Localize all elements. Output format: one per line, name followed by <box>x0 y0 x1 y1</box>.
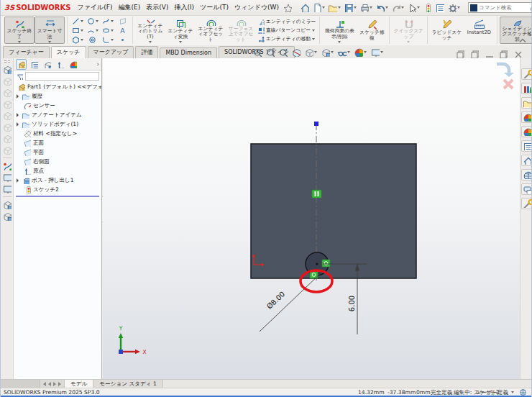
mirror-entities-button[interactable]: エンティティのミラー <box>257 18 316 25</box>
zoom-to-area-button[interactable] <box>265 47 275 57</box>
shaded-sketch-contours-button[interactable]: シェイディングスケッチ輪郭 <box>500 17 532 44</box>
dimxpert-manager-tab[interactable] <box>55 59 65 70</box>
tab-mbd-dimension[interactable]: MBD Dimension <box>160 47 217 58</box>
tab-sketch[interactable]: スケッチ <box>51 46 86 58</box>
scroll-next-icon[interactable] <box>53 382 56 386</box>
tree-root[interactable]: Part1 (デフォルト) <<デフォルト>_表示状態 1 <box>14 82 101 91</box>
cancel-sketch-icon[interactable] <box>504 80 513 88</box>
menu-window[interactable]: ウィンドウ(W) <box>234 3 279 12</box>
exit-sketch-button[interactable]: スケッチ終了 <box>4 17 35 44</box>
tools-pane-button[interactable] <box>521 198 532 209</box>
graphics-viewport[interactable]: 6.00 Ø8.00 Y <box>103 58 520 379</box>
file-explorer-button[interactable] <box>521 97 532 109</box>
scroll-last-icon[interactable] <box>58 382 61 386</box>
motion-study-tab[interactable]: モーション スタディ 1 <box>93 380 162 388</box>
section-view-button[interactable] <box>291 47 301 57</box>
menu-file[interactable]: ファイル(F) <box>77 3 112 12</box>
rebuild-button[interactable] <box>423 3 432 12</box>
view-palette-button[interactable] <box>521 111 532 123</box>
layered-view-icon[interactable] <box>2 200 12 209</box>
tree-item-history[interactable]: 履歴 <box>14 91 101 101</box>
iso-view-icon[interactable] <box>2 145 12 155</box>
print-button[interactable] <box>359 3 372 12</box>
exit-sketch-confirm-icon[interactable] <box>497 64 514 77</box>
circle-centerpoint[interactable] <box>316 263 318 265</box>
expand-arrow-icon[interactable] <box>17 122 19 127</box>
tree-item-solid-bodies[interactable]: ソリッドボディ(1) <box>14 119 101 129</box>
custom-properties-button[interactable] <box>521 140 532 152</box>
convert-entities-button[interactable]: エンティティ変換 <box>165 17 196 44</box>
scroll-prev-icon[interactable] <box>48 382 51 386</box>
ribbon-collapse-icon[interactable] <box>519 38 526 43</box>
home-button[interactable] <box>300 3 309 12</box>
home-pane-button[interactable] <box>521 155 532 166</box>
previous-view-button[interactable] <box>278 47 288 57</box>
view-settings-button[interactable] <box>370 47 383 57</box>
command-search-input[interactable] <box>479 4 528 11</box>
expand-arrow-icon[interactable] <box>17 178 19 183</box>
toolbar-grip[interactable] <box>4 60 10 63</box>
fillet-tool[interactable] <box>100 35 115 44</box>
smart-dimension-button[interactable]: スマート寸法 <box>35 17 65 44</box>
spline-tool[interactable] <box>100 17 115 25</box>
bottom-view-icon[interactable] <box>2 134 12 143</box>
command-search-box[interactable] <box>468 2 532 13</box>
file-properties-button[interactable] <box>435 3 444 12</box>
point-tool[interactable] <box>115 35 130 44</box>
doc-close-icon[interactable] <box>513 49 522 58</box>
expand-arrow-icon[interactable] <box>17 94 19 99</box>
left-view-icon[interactable] <box>2 99 12 109</box>
scroll-first-icon[interactable] <box>43 382 46 386</box>
tree-item-origin[interactable]: 原点 <box>14 166 101 175</box>
part-face[interactable] <box>251 144 416 278</box>
forum-button[interactable] <box>521 183 532 195</box>
offset-entities-button[interactable]: エンティティオフセット <box>196 17 226 44</box>
redo-button[interactable] <box>391 3 404 12</box>
sketch-view-icon[interactable] <box>2 161 12 170</box>
tab-markup[interactable]: マークアップ <box>88 46 134 58</box>
panel-tabs-overflow-icon[interactable]: › <box>96 60 99 68</box>
3d-content-central-button[interactable] <box>521 169 532 181</box>
right-view-icon[interactable] <box>2 111 12 120</box>
tree-item-right-plane[interactable]: 右側面 <box>14 157 101 166</box>
design-library-button[interactable] <box>521 83 532 94</box>
configuration-manager-tab[interactable] <box>42 59 52 70</box>
tree-item-top-plane[interactable]: 平面 <box>14 147 101 157</box>
vertical-dimension-text[interactable]: 6.00 <box>348 296 356 311</box>
rapid-sketch-button[interactable]: ラピッドスケッチ <box>430 17 463 44</box>
hide-show-items-button[interactable] <box>337 47 350 57</box>
tree-item-sketch2[interactable]: スケッチ2 <box>14 185 101 194</box>
top-view-icon[interactable] <box>2 122 12 132</box>
options-button[interactable] <box>447 3 460 12</box>
linear-pattern-button[interactable]: 直線パターンコピー <box>257 27 316 34</box>
tree-item-sensors[interactable]: センサー <box>14 101 101 110</box>
expand-arrow-icon[interactable] <box>17 113 19 117</box>
undo-button[interactable] <box>375 3 388 12</box>
arc-tool[interactable] <box>85 26 100 35</box>
trim-entities-button[interactable]: エンティティのトリム(T) <box>135 17 165 44</box>
appearances-scenes-button[interactable] <box>521 126 532 137</box>
units-dropdown-icon[interactable] <box>511 391 514 393</box>
web-status-icon[interactable] <box>519 388 527 396</box>
view-orientation-button[interactable] <box>304 47 317 57</box>
screen-icon[interactable] <box>2 184 12 193</box>
tree-item-material[interactable]: 材料 <指定なし> <box>14 129 101 138</box>
move-entities-button[interactable]: エンティティの移動 <box>257 35 316 42</box>
tree-item-annotations[interactable]: アノテートアイテム <box>14 110 101 119</box>
filter-funnel-icon[interactable] <box>16 73 23 80</box>
menu-insert[interactable]: 挿入(I) <box>174 3 194 12</box>
save-button[interactable] <box>344 3 357 12</box>
search-icon[interactable] <box>529 4 532 12</box>
edit-appearance-button[interactable] <box>354 47 367 57</box>
centerline-endpoint[interactable] <box>314 122 318 126</box>
rollback-bar[interactable] <box>16 196 99 197</box>
zoom-to-fit-button[interactable] <box>252 47 262 57</box>
diameter-dimension-text[interactable]: Ø8.00 <box>265 290 287 311</box>
tab-features[interactable]: フィーチャー <box>3 46 50 58</box>
relation-badge-1[interactable] <box>322 260 330 267</box>
new-document-button[interactable] <box>312 3 325 12</box>
ellipse-tool[interactable] <box>100 26 115 35</box>
property-manager-tab[interactable] <box>29 59 40 70</box>
layered-view2-icon[interactable] <box>2 211 12 221</box>
select-button[interactable] <box>407 3 420 12</box>
